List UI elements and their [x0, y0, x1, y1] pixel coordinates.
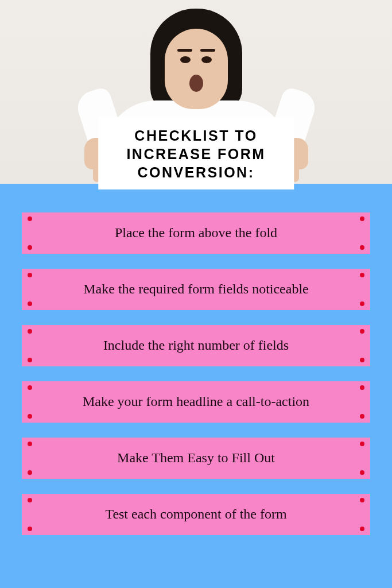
corner-dot-icon: [28, 470, 32, 475]
corner-dot-icon: [360, 301, 364, 306]
checklist-item: Make the required form fields noticeable: [22, 269, 370, 310]
corner-dot-icon: [360, 358, 364, 362]
checklist-item-text: Make Them Easy to Fill Out: [117, 449, 275, 467]
checklist-item-text: Make the required form fields noticeable: [83, 280, 309, 298]
mouth-shape: [189, 75, 203, 92]
checklist-item: Make your form headline a call-to-action: [22, 381, 370, 423]
checklist-item-text: Test each component of the form: [105, 505, 286, 523]
corner-dot-icon: [28, 273, 32, 277]
checklist-item: Test each component of the form: [22, 494, 370, 535]
title-box: CHECKLIST TO INCREASE FORM CONVERSION:: [98, 117, 294, 189]
corner-dot-icon: [360, 470, 364, 475]
checklist-item: Place the form above the fold: [22, 212, 370, 254]
corner-dot-icon: [360, 498, 364, 502]
corner-dot-icon: [360, 329, 364, 334]
checklist-item: Include the right number of fields: [22, 325, 370, 366]
checklist-section: Place the form above the fold Make the r…: [0, 184, 392, 588]
eyes: [165, 56, 228, 63]
checklist-item: Make Them Easy to Fill Out: [22, 438, 370, 479]
corner-dot-icon: [28, 385, 32, 390]
corner-dot-icon: [360, 216, 364, 221]
corner-dot-icon: [360, 245, 364, 250]
corner-dot-icon: [28, 301, 32, 306]
corner-dot-icon: [360, 442, 364, 446]
corner-dot-icon: [28, 216, 32, 221]
corner-dot-icon: [360, 385, 364, 390]
corner-dot-icon: [28, 442, 32, 446]
corner-dot-icon: [28, 329, 32, 334]
corner-dot-icon: [28, 358, 32, 362]
corner-dot-icon: [360, 414, 364, 419]
corner-dot-icon: [28, 527, 32, 531]
checklist-item-text: Place the form above the fold: [115, 224, 277, 242]
corner-dot-icon: [360, 527, 364, 531]
checklist-item-text: Include the right number of fields: [103, 336, 289, 354]
hero-section: CHECKLIST TO INCREASE FORM CONVERSION:: [0, 0, 392, 184]
eyebrows: [165, 49, 228, 52]
corner-dot-icon: [28, 414, 32, 419]
checklist-item-text: Make your form headline a call-to-action: [83, 393, 309, 411]
corner-dot-icon: [360, 273, 364, 277]
page-title: CHECKLIST TO INCREASE FORM CONVERSION:: [114, 126, 278, 181]
corner-dot-icon: [28, 498, 32, 502]
face-shape: [165, 29, 228, 109]
corner-dot-icon: [28, 245, 32, 250]
